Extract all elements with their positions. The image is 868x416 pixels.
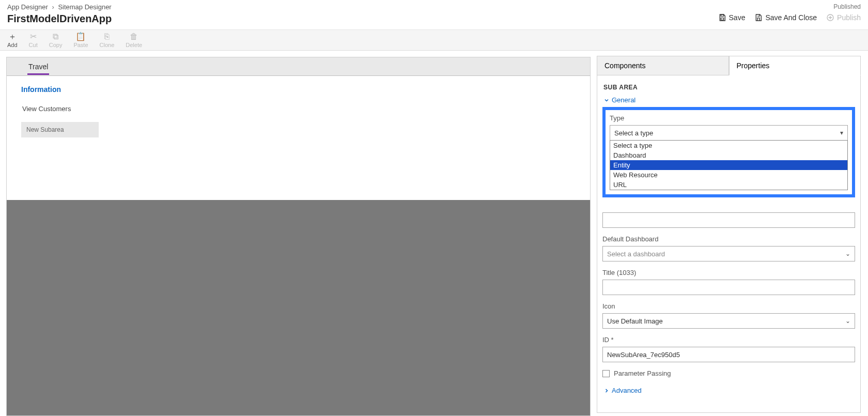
panel-body: SUB AREA General Type Select a type ▾ Se…: [597, 75, 861, 413]
delete-button: 🗑 Delete: [126, 33, 142, 48]
area-tabstrip: Travel: [7, 57, 590, 76]
svg-rect-0: [721, 14, 723, 16]
default-dashboard-label: Default Dashboard: [602, 235, 855, 243]
delete-label: Delete: [126, 42, 142, 48]
cut-button: ✂ Cut: [29, 33, 38, 48]
save-close-icon: [754, 13, 763, 22]
save-close-label: Save And Close: [765, 13, 817, 22]
title-input[interactable]: [602, 280, 855, 295]
add-button[interactable]: ＋ Add: [7, 33, 18, 48]
url-input[interactable]: [602, 212, 855, 228]
right-panel: Components Properties SUB AREA General T…: [597, 51, 868, 416]
tab-components[interactable]: Components: [597, 56, 729, 75]
group-information[interactable]: Information: [21, 85, 576, 94]
cut-icon: ✂: [30, 33, 37, 41]
id-input[interactable]: NewSubArea_7ec950d5: [602, 347, 855, 362]
id-label: ID *: [602, 336, 855, 344]
type-option-url[interactable]: URL: [610, 180, 847, 190]
breadcrumb-app-designer[interactable]: App Designer: [7, 3, 48, 11]
paste-button: 📋 Paste: [73, 33, 88, 48]
advanced-label: Advanced: [612, 387, 642, 394]
save-icon: [718, 13, 726, 22]
chevron-right-icon: ›: [52, 3, 54, 11]
type-option-entity[interactable]: Entity: [610, 160, 847, 170]
default-dashboard-select[interactable]: Select a dashboard ⌄: [602, 246, 855, 261]
top-actions: Save Save And Close Publish: [718, 13, 861, 22]
plus-icon: ＋: [8, 33, 17, 41]
parameter-passing-row[interactable]: Parameter Passing: [602, 369, 855, 377]
section-title: SUB AREA: [603, 84, 854, 91]
advanced-section-toggle[interactable]: Advanced: [603, 387, 854, 394]
paste-label: Paste: [73, 42, 88, 48]
publish-icon: [826, 13, 834, 22]
type-option-select-a-type[interactable]: Select a type: [610, 141, 847, 150]
canvas-body: Information View Customers New Subarea: [7, 76, 590, 200]
top-bar: App Designer › Sitemap Designer FirstMod…: [0, 0, 868, 30]
parameter-passing-label: Parameter Passing: [614, 369, 671, 377]
publish-label: Publish: [837, 13, 861, 22]
paste-icon: 📋: [75, 33, 86, 41]
copy-button: ⧉ Copy: [49, 33, 63, 48]
select-caret-icon: ⌄: [845, 250, 850, 257]
title-label: Title (1033): [602, 269, 855, 276]
general-label: General: [612, 96, 636, 104]
type-select[interactable]: Select a type ▾: [610, 125, 848, 141]
save-and-close-button[interactable]: Save And Close: [754, 13, 817, 22]
select-caret-icon: ▾: [840, 129, 843, 136]
area-tab-travel[interactable]: Travel: [22, 58, 54, 75]
main-row: Travel Information View Customers New Su…: [0, 51, 868, 416]
subarea-view-customers[interactable]: View Customers: [21, 103, 576, 115]
sitemap-canvas: Travel Information View Customers New Su…: [6, 57, 591, 416]
canvas-wrap: Travel Information View Customers New Su…: [0, 51, 597, 416]
type-dropdown-list: Select a type Dashboard Entity Web Resou…: [610, 140, 848, 190]
clone-icon: ⎘: [104, 33, 110, 41]
delete-icon: 🗑: [130, 33, 138, 41]
select-caret-icon: ⌄: [845, 317, 850, 325]
save-label: Save: [729, 13, 746, 22]
type-label: Type: [610, 114, 848, 122]
new-subarea-slot[interactable]: New Subarea: [21, 122, 99, 137]
add-label: Add: [7, 42, 18, 48]
copy-icon: ⧉: [53, 33, 58, 41]
type-field-highlight: Type Select a type ▾ Select a type Dashb…: [602, 107, 855, 197]
save-button[interactable]: Save: [718, 13, 746, 22]
icon-value: Use Default Image: [607, 317, 663, 325]
chevron-right-icon: [603, 388, 610, 394]
icon-select[interactable]: Use Default Image ⌄: [602, 313, 855, 329]
type-option-web-resource[interactable]: Web Resource: [610, 170, 847, 180]
publish-button: Publish: [826, 13, 861, 22]
breadcrumb-sitemap-designer[interactable]: Sitemap Designer: [58, 3, 111, 11]
panel-tabs: Components Properties: [597, 56, 861, 75]
cut-label: Cut: [29, 42, 38, 48]
copy-label: Copy: [49, 42, 63, 48]
publish-status: Published: [718, 3, 861, 10]
svg-rect-1: [721, 18, 723, 20]
tab-properties[interactable]: Properties: [729, 56, 861, 75]
default-dashboard-placeholder: Select a dashboard: [607, 250, 665, 258]
clone-button: ⎘ Clone: [100, 33, 115, 48]
general-section-toggle[interactable]: General: [603, 96, 854, 104]
ribbon-toolbar: ＋ Add ✂ Cut ⧉ Copy 📋 Paste ⎘ Clone 🗑 Del…: [0, 30, 868, 51]
clone-label: Clone: [100, 42, 115, 48]
type-selected-value: Select a type: [614, 129, 653, 137]
icon-label: Icon: [602, 302, 855, 310]
type-option-dashboard[interactable]: Dashboard: [610, 150, 847, 160]
parameter-passing-checkbox[interactable]: [602, 370, 610, 377]
chevron-down-icon: [603, 97, 610, 103]
